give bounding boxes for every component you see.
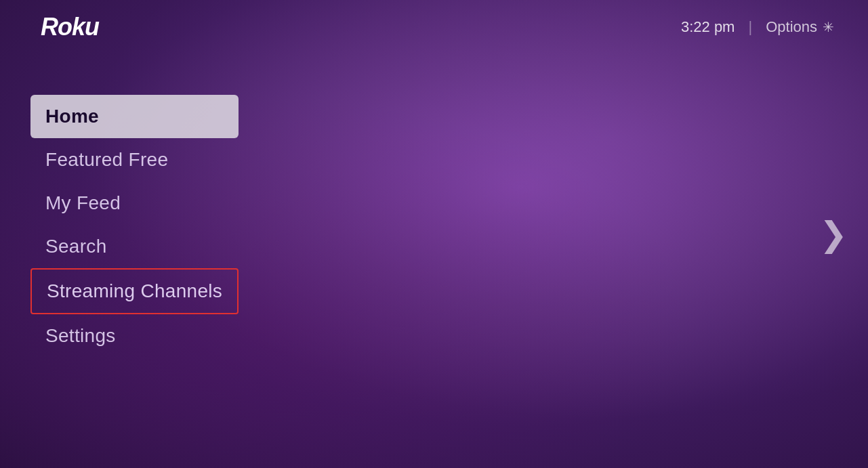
header-divider: | bbox=[748, 18, 752, 36]
nav-item-settings[interactable]: Settings bbox=[30, 314, 239, 358]
nav-item-my-feed[interactable]: My Feed bbox=[30, 182, 239, 225]
options-star-icon: ✳ bbox=[823, 19, 834, 35]
roku-logo: Roku bbox=[41, 13, 99, 41]
options-button[interactable]: Options ✳ bbox=[766, 18, 834, 36]
nav-item-featured-free[interactable]: Featured Free bbox=[30, 138, 239, 182]
options-label: Options bbox=[766, 18, 817, 36]
nav-item-streaming-channels[interactable]: Streaming Channels bbox=[30, 268, 239, 314]
chevron-right-icon: ❯ bbox=[819, 217, 848, 251]
main-navigation: Home Featured Free My Feed Search Stream… bbox=[30, 95, 239, 358]
nav-item-search[interactable]: Search bbox=[30, 225, 239, 268]
clock-display: 3:22 pm bbox=[681, 18, 735, 36]
header-right: 3:22 pm | Options ✳ bbox=[681, 18, 834, 36]
nav-item-home[interactable]: Home bbox=[30, 95, 239, 138]
header: Roku 3:22 pm | Options ✳ bbox=[0, 0, 868, 54]
